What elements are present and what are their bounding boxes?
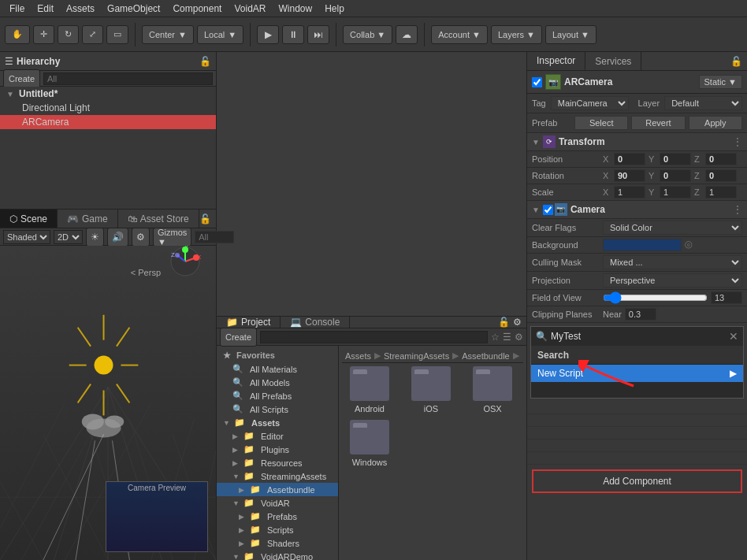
eyedropper-icon[interactable]: ⦾ [685, 239, 693, 250]
component-search-input[interactable] [551, 331, 726, 342]
inspector-tab[interactable]: Inspector [527, 52, 585, 70]
hierarchy-create-btn[interactable]: Create [3, 69, 40, 88]
project-create-btn[interactable]: Create [220, 328, 257, 347]
ptree-streamingassets[interactable]: ▼ 📁 StreamingAssets [217, 469, 338, 483]
near-input[interactable] [625, 308, 656, 321]
project-search-input[interactable] [260, 331, 488, 343]
collab-dropdown[interactable]: Collab ▼ [343, 25, 392, 44]
project-tab[interactable]: 📁 Project [217, 317, 281, 328]
asset-store-tab[interactable]: 🛍 Asset Store [118, 210, 199, 228]
step-button[interactable]: ⏭ [307, 25, 329, 44]
add-component-button[interactable]: Add Component [532, 469, 742, 493]
file-osx[interactable]: OSX [465, 366, 520, 414]
ptree-all-scripts[interactable]: 🔍 All Scripts [217, 402, 338, 416]
clear-flags-select[interactable]: Solid Color [603, 221, 742, 235]
pos-z-input[interactable] [705, 153, 737, 165]
menu-gameobject[interactable]: GameObject [101, 3, 166, 14]
services-tab[interactable]: Services [585, 52, 641, 70]
camera-kebab[interactable]: ⋮ [733, 204, 742, 215]
lighting-btn[interactable]: ☀ [86, 228, 104, 247]
fov-input[interactable] [711, 291, 742, 304]
hierarchy-item-directional-light[interactable]: Directional Light [0, 101, 216, 115]
ptree-all-materials[interactable]: 🔍 All Materials [217, 362, 338, 376]
ptree-all-prefabs[interactable]: 🔍 All Prefabs [217, 389, 338, 402]
scene-lock-icon[interactable]: 🔓 [199, 213, 211, 224]
menu-voidar[interactable]: VoidAR [228, 3, 272, 14]
ptree-assets[interactable]: ▼ 📁 Assets [217, 416, 338, 429]
breadcrumb-assetbundle[interactable]: Assetbundle [462, 351, 510, 361]
fov-slider[interactable] [603, 291, 708, 304]
play-button[interactable]: ▶ [257, 25, 279, 44]
ptree-editor[interactable]: ▶ 📁 Editor [217, 429, 338, 443]
audio-btn[interactable]: 🔊 [107, 228, 128, 247]
static-button[interactable]: Static ▼ [699, 75, 742, 89]
ptree-shaders[interactable]: ▶ 📁 Shaders [217, 536, 338, 550]
scale-tool[interactable]: ⤢ [82, 25, 103, 44]
hand-tool[interactable]: ✋ [5, 25, 30, 44]
ptree-voidardemo[interactable]: ▼ 📁 VoidARDemo [217, 550, 338, 560]
search-clear-icon[interactable]: ✕ [729, 330, 738, 343]
menu-edit[interactable]: Edit [31, 3, 60, 14]
menu-help[interactable]: Help [318, 3, 351, 14]
project-fav-btn[interactable]: ☆ [491, 332, 500, 343]
menu-component[interactable]: Component [166, 3, 228, 14]
pause-button[interactable]: ⏸ [282, 25, 304, 44]
hierarchy-lock-icon[interactable]: 🔓 [199, 56, 211, 67]
gizmos-btn[interactable]: Gizmos ▼ [153, 228, 191, 247]
project-list-btn[interactable]: ☰ [503, 332, 511, 343]
rect-tool[interactable]: ▭ [106, 25, 128, 44]
rot-x-input[interactable] [614, 169, 645, 182]
breadcrumb-streaming[interactable]: StreamingAssets [384, 351, 449, 361]
center-dropdown[interactable]: Center ▼ [142, 25, 194, 44]
menu-window[interactable]: Window [272, 3, 318, 14]
revert-btn[interactable]: Revert [631, 116, 685, 130]
scale-y-input[interactable] [660, 186, 691, 198]
ptree-scripts[interactable]: ▶ 📁 Scripts [217, 523, 338, 536]
shading-dropdown[interactable]: Shaded [3, 230, 50, 244]
ptree-prefabs[interactable]: ▶ 📁 Prefabs [217, 510, 338, 523]
ptree-assetbundle[interactable]: ▶ 📁 Assetbundle [217, 483, 338, 496]
active-checkbox[interactable] [532, 77, 542, 87]
rot-z-input[interactable] [705, 169, 737, 182]
projection-select[interactable]: Perspective [603, 273, 742, 287]
move-tool[interactable]: ✛ [33, 25, 54, 44]
ptree-resources[interactable]: ▶ 📁 Resources [217, 456, 338, 469]
ptree-voidar[interactable]: ▼ 📁 VoidAR [217, 496, 338, 510]
project-settings-btn[interactable]: ⚙ [515, 332, 523, 343]
pos-y-input[interactable] [660, 153, 691, 165]
culling-mask-select[interactable]: Mixed ... [603, 255, 742, 269]
cloud-button[interactable]: ☁ [396, 25, 418, 44]
layer-select[interactable]: Default [664, 96, 742, 110]
tag-select[interactable]: MainCamera [551, 96, 629, 110]
file-ios[interactable]: iOS [403, 366, 459, 414]
breadcrumb-assets[interactable]: Assets [345, 351, 371, 361]
background-color-swatch[interactable] [603, 239, 682, 251]
rotate-tool[interactable]: ↻ [58, 25, 79, 44]
hierarchy-search-input[interactable] [43, 72, 213, 85]
local-dropdown[interactable]: Local ▼ [197, 25, 243, 44]
rot-y-input[interactable] [660, 169, 691, 182]
file-android[interactable]: Android [342, 366, 397, 414]
scale-z-input[interactable] [705, 186, 737, 198]
camera-section-header[interactable]: ▼ 📷 Camera ⋮ [527, 201, 747, 219]
select-btn[interactable]: Select [574, 116, 628, 130]
hierarchy-item-arcamera[interactable]: ARCamera [0, 115, 216, 129]
apply-btn[interactable]: Apply [689, 116, 742, 130]
game-tab[interactable]: 🎮 Game [58, 210, 118, 228]
inspector-lock-icon[interactable]: 🔓 [730, 56, 742, 67]
layers-dropdown[interactable]: Layers ▼ [491, 25, 542, 44]
menu-file[interactable]: File [3, 3, 31, 14]
project-settings-icon[interactable]: ⚙ [513, 317, 522, 328]
file-windows[interactable]: Windows [342, 420, 397, 467]
transform-section-header[interactable]: ▼ ⟳ Transform ⋮ [527, 133, 747, 151]
camera-enabled-checkbox[interactable] [543, 205, 553, 215]
pos-x-input[interactable] [614, 153, 645, 165]
ptree-all-models[interactable]: 🔍 All Models [217, 376, 338, 389]
console-tab[interactable]: 💻 Console [281, 317, 350, 328]
transform-kebab[interactable]: ⋮ [733, 136, 742, 147]
ptree-plugins[interactable]: ▶ 📁 Plugins [217, 443, 338, 456]
scale-x-input[interactable] [614, 186, 645, 198]
project-lock-icon[interactable]: 🔓 [498, 317, 510, 328]
2d-toggle[interactable]: 2D [54, 230, 83, 244]
fx-btn[interactable]: ⚙ [132, 228, 150, 247]
